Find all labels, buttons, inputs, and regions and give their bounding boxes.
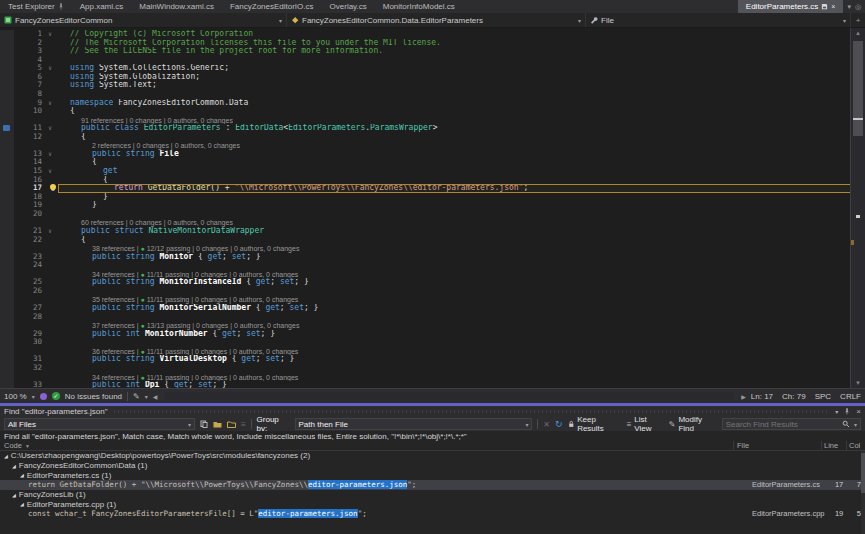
code-line[interactable]: 20 (0, 210, 851, 219)
gutter[interactable]: 32 (0, 364, 58, 373)
indicator-margin[interactable] (0, 150, 14, 159)
find-tree-row[interactable]: ◢FancyZonesLib (1) (0, 490, 865, 500)
fold-arrow-icon[interactable]: ∨ (42, 167, 58, 176)
indicator-margin[interactable] (0, 244, 14, 253)
codelens-row[interactable]: 38 references | ● 12/12 passing | 0 chan… (0, 244, 851, 253)
indicator-margin[interactable] (0, 64, 14, 73)
close-icon[interactable]: × (856, 407, 861, 416)
fold-arrow-icon[interactable]: ∨ (42, 99, 58, 108)
code-line[interactable]: 19} (0, 201, 851, 210)
expand-arrow-icon[interactable]: ◢ (20, 501, 24, 507)
zoom-dropdown-icon[interactable]: ▾ (32, 393, 35, 400)
indicator-margin[interactable] (0, 39, 14, 48)
code-line[interactable]: 26 (0, 287, 851, 296)
indicator-margin[interactable] (0, 338, 14, 347)
indicator-margin[interactable] (0, 313, 14, 322)
close-icon[interactable]: × (831, 3, 835, 10)
scrollbar-thumb[interactable] (861, 453, 865, 493)
indicator-margin[interactable] (0, 364, 14, 373)
indicator-margin[interactable] (0, 193, 14, 202)
code-line[interactable]: 12{ (0, 133, 851, 142)
gutter[interactable] (0, 218, 58, 227)
collapse-all-icon[interactable] (213, 420, 222, 428)
column-header-line[interactable]: Line (821, 441, 846, 450)
fold-arrow-icon[interactable]: ∨ (42, 124, 58, 133)
gutter[interactable]: 9∨ (0, 99, 58, 108)
find-result-row[interactable]: const wchar_t FancyZonesEditorParameters… (0, 509, 865, 519)
gutter[interactable] (0, 244, 58, 253)
zoom-level[interactable]: 100 % (4, 392, 27, 401)
tab-test-explorer[interactable]: Test Explorer (0, 0, 72, 13)
gutter[interactable]: 8 (0, 90, 58, 99)
gutter[interactable]: 13∨ (0, 150, 58, 159)
code-line[interactable]: 32 (0, 364, 851, 373)
indicator-margin[interactable] (0, 218, 14, 227)
gutter[interactable] (0, 116, 58, 125)
gutter[interactable]: 2 (0, 39, 58, 48)
gutter[interactable]: 5∨ (0, 64, 58, 73)
scroll-left-icon[interactable]: ◀ (153, 393, 158, 400)
indicator-margin[interactable] (0, 73, 14, 82)
find-results-title-bar[interactable]: Find "editor-parameters.json" ▾ × (0, 406, 865, 417)
copy-icon[interactable] (200, 420, 208, 428)
code-line[interactable]: 2// The Microsoft Corporation licenses t… (0, 39, 851, 48)
pin-icon[interactable] (58, 3, 64, 10)
type-dropdown[interactable]: FancyZonesEditorCommon.Data.EditorParame… (287, 13, 586, 27)
fold-arrow-icon[interactable]: ∨ (42, 227, 58, 236)
code-line[interactable]: 18} (0, 193, 851, 202)
code-line[interactable]: 25public string MonitorInstanceId { get;… (0, 278, 851, 287)
code-line[interactable]: 1∨// Copyright (c) Microsoft Corporation (0, 30, 851, 39)
indicator-margin[interactable] (0, 355, 14, 364)
indicator-margin[interactable] (0, 158, 14, 167)
gutter[interactable]: 21∨ (0, 227, 58, 236)
expand-arrow-icon[interactable]: ◢ (12, 463, 16, 469)
codelens-row[interactable]: 34 references | ● 11/11 passing | 0 chan… (0, 270, 851, 279)
code-line[interactable]: 28 (0, 313, 851, 322)
gutter[interactable]: 33 (0, 381, 58, 388)
chevron-down-icon[interactable]: ▾ (847, 3, 851, 11)
indicator-margin[interactable] (0, 236, 14, 245)
code-line[interactable]: 11∨public class EditorParameters : Edito… (0, 124, 851, 133)
search-input[interactable] (726, 420, 838, 429)
indicator-margin[interactable] (0, 295, 14, 304)
gutter[interactable]: 27 (0, 304, 58, 313)
codelens-row[interactable]: 60 references | 0 changes | 0 authors, 0… (0, 218, 851, 227)
gutter[interactable]: 28 (0, 313, 58, 322)
code-line[interactable]: 27public string MonitorSerialNumber { ge… (0, 304, 851, 313)
gutter[interactable] (0, 141, 58, 150)
spaces-indicator[interactable]: SPC (815, 392, 831, 401)
tab-options-icon[interactable]: ◎ (855, 3, 861, 11)
gutter[interactable]: 1∨ (0, 30, 58, 39)
document-health-icon[interactable] (40, 393, 47, 400)
indicator-margin[interactable] (0, 30, 14, 39)
find-tree-row[interactable]: ◢EditorParameters.cs (1) (0, 470, 865, 480)
code-line[interactable]: 13∨public string File (0, 150, 851, 159)
code-line[interactable]: 7using System.Text; (0, 81, 851, 90)
gutter[interactable]: 26 (0, 287, 58, 296)
indicator-margin[interactable] (0, 124, 14, 133)
gutter[interactable]: 30 (0, 338, 58, 347)
indicator-margin[interactable] (0, 81, 14, 90)
find-tree-row[interactable]: ◢FancyZonesEditorCommon\Data (1) (0, 461, 865, 471)
scope-dropdown[interactable]: All Files ▾ (4, 418, 195, 430)
codelens-row[interactable]: 37 references | ● 13/13 passing | 0 chan… (0, 321, 851, 330)
scroll-right-icon[interactable]: ▶ (741, 393, 746, 400)
indicator-margin[interactable] (0, 141, 14, 150)
indicator-margin[interactable] (0, 330, 14, 339)
gutter[interactable] (0, 295, 58, 304)
code-line[interactable]: 17return GetDataFolder() + "\\Microsoft\… (0, 184, 851, 193)
indicator-margin[interactable] (0, 133, 14, 142)
search-find-results-box[interactable]: ▾ (722, 418, 861, 430)
code-line[interactable]: 21∨public struct NativeMonitorDataWrappe… (0, 227, 851, 236)
project-dropdown[interactable]: FancyZonesEditorCommon ▾ (0, 13, 287, 27)
indicator-margin[interactable] (0, 381, 14, 388)
expand-arrow-icon[interactable]: ◢ (20, 472, 24, 478)
indicator-margin[interactable] (0, 253, 14, 262)
tab-app-xaml[interactable]: App.xaml.cs (72, 0, 132, 13)
tab-fancyzoneseditorio[interactable]: FancyZonesEditorIO.cs (222, 0, 322, 13)
expand-arrow-icon[interactable]: ◢ (4, 453, 8, 459)
gutter[interactable]: 19 (0, 201, 58, 210)
code-editor[interactable]: 1∨// Copyright (c) Microsoft Corporation… (0, 28, 865, 388)
indicator-margin[interactable] (0, 321, 14, 330)
code-line[interactable]: 24 (0, 261, 851, 270)
